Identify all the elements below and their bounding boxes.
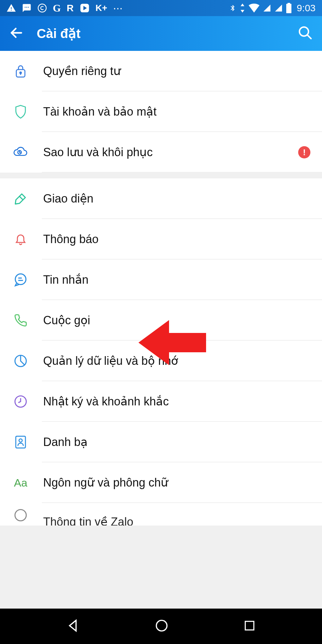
r-icon: R: [67, 3, 74, 14]
item-label: Tin nhắn: [43, 273, 310, 287]
signal-icon-2: [274, 4, 283, 12]
settings-item-calls[interactable]: Cuộc gọi: [0, 300, 322, 341]
warning-icon: [6, 3, 16, 13]
item-label: Tài khoản và bảo mật: [43, 105, 310, 118]
svg-line-11: [19, 196, 23, 200]
settings-item-account-security[interactable]: Tài khoản và bảo mật: [0, 91, 322, 132]
battery-icon: [286, 3, 292, 13]
chart-icon: [13, 353, 28, 369]
nav-home-button[interactable]: [155, 619, 169, 634]
settings-item-privacy[interactable]: Quyền riêng tư: [0, 51, 322, 91]
item-label: Quản lý dữ liệu và bộ nhớ: [43, 354, 310, 368]
svg-rect-3: [288, 3, 290, 4]
lock-icon: [13, 63, 28, 79]
item-label: Quyền riêng tư: [43, 64, 310, 78]
settings-item-messages[interactable]: Tin nhắn: [0, 260, 322, 300]
item-label: Sao lưu và khôi phục: [43, 146, 298, 159]
status-bar: G R K+ ⋯ 9:03: [0, 0, 322, 16]
more-icon: ⋯: [113, 3, 123, 14]
settings-item-notifications[interactable]: Thông báo: [0, 219, 322, 260]
settings-item-about[interactable]: Thông tin về Zalo: [0, 503, 322, 526]
svg-point-18: [19, 439, 22, 442]
item-label: Giao diện: [43, 192, 310, 205]
chat-icon: [22, 3, 32, 13]
settings-item-language-font[interactable]: Aa Ngôn ngữ và phông chữ: [0, 462, 322, 503]
svg-line-6: [307, 35, 311, 39]
status-time: 9:03: [297, 3, 316, 14]
settings-item-data-storage[interactable]: Quản lý dữ liệu và bộ nhớ: [0, 341, 322, 381]
info-icon: [13, 507, 28, 523]
bluetooth-icon: [229, 3, 236, 13]
font-icon: Aa: [13, 475, 28, 490]
kplus-icon: K+: [96, 3, 108, 13]
status-left: G R K+ ⋯: [6, 2, 123, 14]
item-label: Thông báo: [43, 232, 310, 246]
status-right: 9:03: [229, 3, 316, 14]
clock-icon: [13, 394, 28, 409]
cloud-backup-icon: [13, 145, 28, 160]
app-header: Cài đặt: [0, 16, 322, 51]
play-icon: [80, 3, 90, 13]
item-label: Nhật ký và khoảnh khắc: [43, 395, 310, 408]
sync-icon: [240, 4, 245, 13]
signal-icon-1: [263, 4, 271, 12]
item-label: Danh bạ: [43, 435, 310, 449]
brush-icon: [13, 191, 28, 206]
settings-item-backup-restore[interactable]: Sao lưu và khôi phục !: [0, 132, 322, 173]
svg-point-19: [15, 510, 26, 521]
copyright-icon: [37, 3, 47, 13]
nav-back-button[interactable]: [66, 619, 80, 634]
page-title: Cài đặt: [37, 26, 298, 41]
bell-icon: [13, 232, 28, 247]
wifi-icon: [249, 4, 260, 13]
back-button[interactable]: [9, 25, 24, 42]
search-button[interactable]: [298, 25, 313, 42]
settings-section-general: Giao diện Thông báo Tin nhắn Cuộc gọi Qu…: [0, 178, 322, 503]
android-nav-bar: [0, 609, 322, 644]
settings-item-timeline[interactable]: Nhật ký và khoảnh khắc: [0, 381, 322, 422]
shield-icon: [13, 104, 28, 119]
settings-item-contacts[interactable]: Danh bạ: [0, 422, 322, 462]
nav-recent-button[interactable]: [243, 619, 256, 633]
message-icon: [13, 272, 28, 288]
phone-icon: [13, 313, 28, 328]
svg-rect-22: [245, 621, 254, 630]
svg-point-0: [38, 4, 46, 12]
item-label: Thông tin về Zalo: [43, 515, 310, 526]
svg-point-21: [156, 620, 167, 631]
settings-item-theme[interactable]: Giao diện: [0, 178, 322, 219]
alert-badge-icon: !: [298, 146, 310, 158]
svg-point-12: [15, 274, 26, 285]
g-icon: G: [53, 2, 61, 14]
settings-section-privacy: Quyền riêng tư Tài khoản và bảo mật Sao …: [0, 51, 322, 173]
item-label: Cuộc gọi: [43, 314, 310, 327]
svg-rect-2: [286, 4, 291, 13]
contact-icon: [13, 434, 28, 450]
item-label: Ngôn ngữ và phông chữ: [43, 476, 310, 489]
